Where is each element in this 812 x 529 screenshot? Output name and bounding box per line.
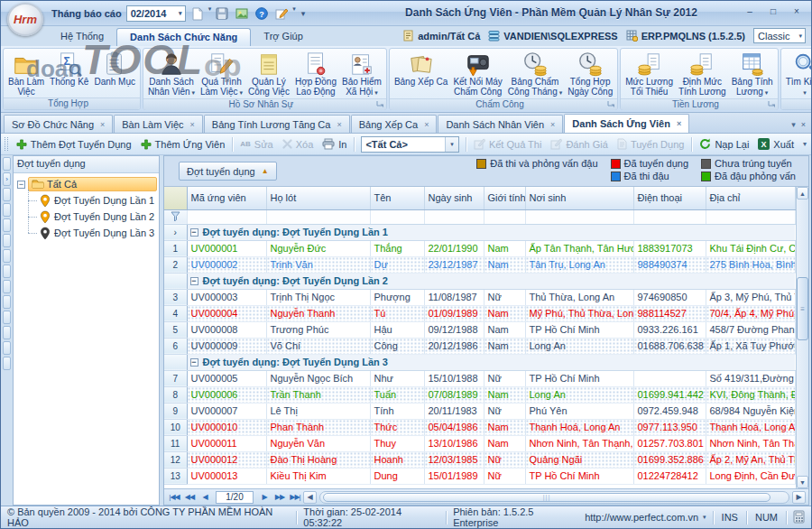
edit-note-icon[interactable] (272, 5, 291, 23)
candidate-row[interactable]: 8UV000006Trần ThanhTuấn07/08/1989NamLong… (164, 386, 795, 403)
row-indicator-cell[interactable] (3, 264, 11, 278)
bao-hiem-xa-hoi-button[interactable]: Bảo HiểmXã Hội ▾ (339, 50, 384, 97)
column-header[interactable]: Giới tính (484, 187, 525, 209)
tree-item-root[interactable]: − Tất Cả (15, 176, 157, 192)
collapse-icon[interactable]: − (190, 277, 198, 285)
ribbon-tab-active[interactable]: Danh Sách Chức Năng (116, 28, 251, 46)
row-number[interactable]: 6 (164, 338, 187, 354)
maximize-button[interactable]: □ (766, 6, 780, 16)
ribbon-tab-item[interactable]: Hệ Thống (48, 28, 116, 46)
tong-hop-ngay-cong-button[interactable]: Tổng HợpNgày Công (565, 50, 615, 97)
ban-lam-viec-button[interactable]: Bàn LàmViệc (5, 50, 47, 97)
row-number[interactable]: 8 (164, 386, 187, 403)
row-number[interactable]: 13 (164, 468, 187, 484)
pager-last-button[interactable]: ▶▶| (288, 491, 302, 504)
row-indicator-cell[interactable] (3, 311, 11, 324)
tab-bang-xep-ca[interactable]: Bảng Xếp Ca× (351, 115, 438, 133)
row-indicator-cell[interactable] (3, 295, 11, 309)
indicator-column-header[interactable] (164, 187, 187, 209)
candidate-row[interactable]: 13UV000013Kiều Thị KimDung15/01/1989NữTP… (164, 468, 795, 484)
print-preview-icon[interactable] (233, 5, 251, 23)
scroll-down-icon[interactable]: ▼ (797, 476, 808, 488)
danh-muc-button[interactable]: Danh Mục (91, 50, 138, 97)
tree-item-recruitment-round[interactable]: Đợt Tuyển Dụng Lần 3 (40, 225, 157, 241)
row-number[interactable]: 9 (164, 403, 187, 419)
add-recruitment-round-button[interactable]: Thêm Đợt Tuyển Dụng (12, 137, 136, 152)
candidate-row[interactable]: 1UV000001Nguyễn ĐứcThắng22/01/1990NamẤp … (164, 240, 795, 256)
export-excel-button[interactable]: XXuất (753, 136, 798, 152)
filter-cell[interactable] (525, 209, 633, 224)
candidate-row[interactable]: 12UV000012Đào Thị HoàngHoanh12/03/1985Nữ… (164, 451, 795, 468)
toolbar-overflow-icon[interactable]: ▾ (798, 140, 811, 148)
candidate-row[interactable]: 9UV000007Lê ThịTính20/11/1983NữPhú Yên09… (164, 403, 795, 419)
collapse-icon[interactable]: − (190, 228, 198, 237)
filter-combo[interactable]: <Tất Cả>▾ (361, 136, 458, 153)
row-number[interactable]: 7 (164, 370, 187, 386)
row-indicator-cell[interactable] (3, 326, 11, 339)
filter-cell[interactable] (370, 209, 424, 224)
add-candidate-button[interactable]: Thêm Ứng Viên (136, 137, 230, 152)
thong-ke-button[interactable]: ΣThống Kê (47, 50, 91, 97)
tim-kiem-button[interactable]: Tìm Kiếm ▾ (783, 50, 811, 97)
candidate-row[interactable]: 4UV000004Nguyễn ThanhTú01/09/1989NamMỹ P… (164, 305, 795, 321)
row-number[interactable]: 12 (164, 451, 187, 468)
muc-luong-toi-thieu-button[interactable]: Mức LươngTối Thiểu (623, 50, 676, 97)
reload-button[interactable]: Nạp Lại (695, 136, 753, 152)
candidate-row[interactable]: 7UV000005Nguyễn Ngọc BíchNhư15/10/1988Nữ… (164, 370, 795, 386)
row-number[interactable]: 5 (164, 321, 187, 338)
print-button[interactable]: In (318, 136, 351, 152)
filter-cell[interactable] (424, 209, 484, 224)
pager-fast-prev-button[interactable]: ◀◀ (182, 491, 197, 504)
chevron-down-icon[interactable]: ▾ (445, 137, 458, 152)
vertical-scrollbar[interactable]: ▲ ≡ ▼ (796, 187, 808, 488)
candidate-row[interactable]: 2UV000002Trịnh VănDự23/12/1987NamTân Trụ… (164, 256, 795, 273)
filter-row-icon-cell[interactable] (164, 209, 187, 224)
row-indicator-cell[interactable] (3, 157, 11, 171)
pager-next-button[interactable]: ▶ (257, 491, 272, 504)
scrollbar-thumb[interactable]: ||| (323, 493, 770, 502)
tab-danh-sach-nhan-vien[interactable]: Danh Sách Nhân Viên× (438, 115, 563, 133)
app-logo[interactable]: Hrm (7, 3, 43, 36)
ribbon-tab-item[interactable]: Trợ Giúp (251, 28, 315, 46)
dialog-launcher-icon[interactable] (767, 100, 777, 110)
row-indicator-cell[interactable] (3, 234, 11, 247)
hscroll-right-icon[interactable]: ▶ (792, 491, 806, 504)
minimize-button[interactable]: – (743, 6, 757, 16)
close-button[interactable]: × (789, 6, 804, 16)
candidate-row[interactable]: 11UV000011Nguyễn VănThuy13/10/1986NamNhơ… (164, 435, 795, 451)
filter-cell[interactable] (706, 209, 795, 224)
bang-cham-cong-thang-button[interactable]: Bảng ChấmCông Tháng ▾ (505, 50, 565, 97)
row-number[interactable]: 11 (164, 435, 187, 451)
scroll-up-icon[interactable]: ▲ (797, 187, 808, 200)
recruit-button[interactable]: Tuyển Dụng (613, 136, 689, 152)
scrollbar-thumb[interactable]: ≡ (797, 277, 808, 340)
column-header[interactable]: Mã ứng viên (187, 187, 266, 209)
tab-close-icon[interactable]: × (337, 120, 341, 129)
new-document-icon[interactable] (189, 5, 207, 23)
vendor-url-link[interactable]: http://www.perfect.com.vn▾ (585, 512, 706, 523)
row-indicator-cell[interactable] (3, 341, 11, 355)
column-header[interactable]: Ngày sinh (424, 187, 484, 209)
row-indicator-cell[interactable]: › (3, 172, 11, 186)
row-indicator-cell[interactable] (3, 218, 11, 232)
collapse-icon[interactable]: − (190, 358, 198, 367)
quan-ly-cong-viec-button[interactable]: Quản LýCông Việc (245, 50, 292, 97)
hop-dong-lao-dong-button[interactable]: Hợp ĐồngLao Động (292, 50, 339, 97)
tab-ban-lam-viec[interactable]: Bàn Làm Việc× (114, 115, 203, 133)
row-number[interactable]: 10 (164, 419, 187, 435)
column-header[interactable]: Nơi sinh (525, 187, 633, 209)
row-number[interactable]: 4 (164, 305, 187, 321)
tab-close-icon[interactable]: × (100, 120, 105, 129)
exam-result-button[interactable]: Kết Quả Thi (469, 136, 547, 152)
group-by-chip[interactable]: Đợt tuyển dụng ▲ (179, 162, 277, 181)
bang-tinh-luong-button[interactable]: Bảng TínhLương ▾ (729, 50, 776, 97)
pager-prev-button[interactable]: ◀ (198, 491, 212, 504)
candidate-row[interactable]: 3UV000003Trịnh Thị NgọcPhượng11/08/1987N… (164, 289, 795, 305)
delete-button[interactable]: Xóa (278, 137, 318, 152)
help-icon[interactable]: ? (253, 5, 271, 23)
tab-bang-tinh-luong-tang-ca[interactable]: Bảng Tính Lương Tăng Ca× (204, 115, 350, 133)
group-row[interactable]: ›−Đợt tuyển dụng: Đợt Tuyển Dụng Lần 1 (164, 224, 795, 240)
tab-close-icon[interactable]: × (424, 120, 429, 129)
danh-sach-nhan-vien-button[interactable]: Danh SáchNhân Viên ▾ (145, 50, 198, 97)
quick-access-more-icon[interactable]: ▾ (299, 9, 309, 18)
